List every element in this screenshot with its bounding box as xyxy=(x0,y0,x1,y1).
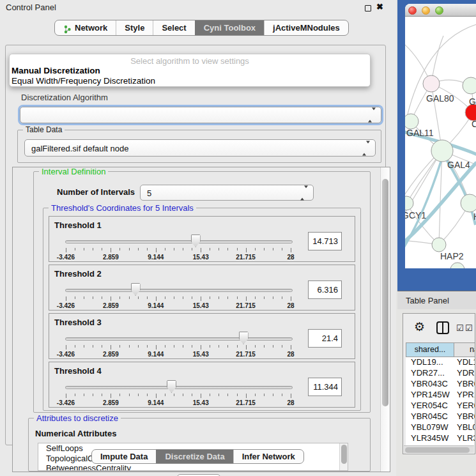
tick-mark xyxy=(264,345,265,348)
node-label: GAL4 xyxy=(447,160,470,170)
tab-discretize-data[interactable]: Discretize Data xyxy=(156,450,233,463)
node-right[interactable] xyxy=(461,194,476,212)
table-row[interactable]: YBL079WYBL0 xyxy=(406,422,475,433)
node-gcy1[interactable] xyxy=(405,196,413,210)
tick-mark xyxy=(237,345,238,348)
network-window[interactable]: GAL80 GA C GAL11 GAL4 GCY1 H HAP2 xyxy=(405,4,476,268)
scale-label: 2.859 xyxy=(103,254,119,261)
tick-mark xyxy=(75,394,75,396)
tab-jactivemnodules[interactable]: jActiveMNodules xyxy=(264,20,348,35)
table-row[interactable]: YLR345WYLR3 xyxy=(406,433,475,444)
number-of-intervals-combobox[interactable]: 5 xyxy=(140,185,314,201)
node-bottom[interactable] xyxy=(450,263,464,268)
number-of-intervals-value: 5 xyxy=(147,188,151,197)
tick-mark xyxy=(102,394,102,396)
tick-mark xyxy=(246,248,247,252)
threshold-slider-thumb[interactable] xyxy=(167,380,176,393)
table-row[interactable]: YBR045CYBR0 xyxy=(406,411,475,422)
checkbox-icon[interactable]: ☑ xyxy=(465,323,473,333)
close-traffic-light-icon[interactable] xyxy=(408,6,417,15)
dropdown-option-manual-discretization[interactable]: Manual Discretization xyxy=(10,66,370,76)
scale-label: -3.426 xyxy=(57,399,75,406)
node-hap2[interactable] xyxy=(432,238,446,252)
tick-mark xyxy=(138,248,139,250)
scale-label: 21.715 xyxy=(236,254,256,261)
threshold-slider-track[interactable] xyxy=(65,240,293,243)
cell-name: YBR0 xyxy=(454,379,475,390)
table-row[interactable]: YDR27...YDR2 xyxy=(406,368,475,379)
settings-scroll-pane: Interval Definition Number of Intervals … xyxy=(12,167,390,472)
table-row[interactable]: YPR145WYPR1 xyxy=(406,390,475,401)
node-label: C xyxy=(472,119,476,129)
close-icon[interactable]: ✖ xyxy=(376,2,383,12)
algorithm-combobox[interactable] xyxy=(20,107,381,123)
tab-select[interactable]: Select xyxy=(153,20,194,35)
tick-mark xyxy=(66,394,66,398)
scale-label: 15.43 xyxy=(193,351,209,358)
attributes-scrollbar[interactable] xyxy=(339,443,348,470)
tick-mark xyxy=(129,296,130,299)
scale-label: 9.144 xyxy=(148,302,164,309)
tab-impute-data[interactable]: Impute Data xyxy=(92,450,156,463)
split-columns-icon[interactable] xyxy=(436,321,449,334)
attribute-item-betweennesscentrality[interactable]: BetweennessCentrality xyxy=(38,463,348,471)
minimize-traffic-light-icon[interactable] xyxy=(422,6,430,15)
threshold-slider-track[interactable] xyxy=(65,289,293,292)
tab-label: Network xyxy=(75,20,107,35)
tick-mark xyxy=(111,394,111,398)
threshold-slider-track[interactable] xyxy=(65,386,293,389)
table-row[interactable]: YER054CYER0 xyxy=(406,401,475,411)
column-header-name[interactable]: na xyxy=(454,342,475,357)
threshold-value-field[interactable]: 11.344 xyxy=(308,378,342,396)
dropdown-option-equal-width-frequency[interactable]: Equal Width/Frequency Discretization xyxy=(10,76,370,86)
threshold-slider-thumb[interactable] xyxy=(131,283,141,296)
network-view-frame: GAL80 GA C GAL11 GAL4 GCY1 H HAP2 xyxy=(397,0,476,291)
tick-mark xyxy=(273,394,273,396)
threshold-value-field[interactable]: 14.713 xyxy=(308,232,342,250)
checkbox-icon[interactable]: ☑ xyxy=(456,323,464,333)
node-gal11[interactable] xyxy=(405,114,418,129)
node-gal4[interactable] xyxy=(431,140,453,162)
table-data-combobox[interactable]: galFiltered.sif default node xyxy=(24,139,376,157)
threshold-value-field[interactable]: 21.4 xyxy=(308,329,342,348)
threshold-value-field[interactable]: 6.316 xyxy=(308,280,342,299)
number-of-intervals-label: Number of Intervals xyxy=(57,187,135,197)
threshold-slider-track[interactable] xyxy=(65,337,293,341)
table-row[interactable]: YBR043CYBR0 xyxy=(406,379,475,390)
tab-style[interactable]: Style xyxy=(116,20,153,35)
tab-infer-network[interactable]: Infer Network xyxy=(233,450,303,463)
network-icon xyxy=(63,24,72,33)
vertical-scrollbar[interactable] xyxy=(380,167,390,472)
tick-mark xyxy=(255,248,256,250)
node-gal80[interactable] xyxy=(423,75,440,92)
scrollbar-thumb[interactable] xyxy=(405,447,470,453)
tick-mark xyxy=(227,296,228,299)
scale-label: 2.859 xyxy=(103,399,119,406)
tab-cyni-toolbox[interactable]: Cyni Toolbox xyxy=(195,20,264,35)
node-label: H xyxy=(473,211,476,222)
float-window-icon[interactable] xyxy=(365,5,371,12)
threshold-slider-thumb[interactable] xyxy=(191,234,201,247)
network-canvas[interactable]: GAL80 GA C GAL11 GAL4 GCY1 H HAP2 xyxy=(405,17,476,268)
tick-mark xyxy=(246,296,247,301)
tick-mark xyxy=(192,296,192,299)
node-label: GAL80 xyxy=(426,93,454,104)
node-top-right[interactable] xyxy=(463,77,476,94)
horizontal-scrollbar[interactable] xyxy=(404,445,474,453)
cell-shared-name: YDL19... xyxy=(406,357,454,368)
scrollbar-thumb[interactable] xyxy=(382,179,388,406)
scale-label: 15.43 xyxy=(193,399,209,406)
scale-label: 28 xyxy=(287,254,294,261)
zoom-traffic-light-icon[interactable] xyxy=(435,6,443,15)
tab-network[interactable]: Network xyxy=(55,20,116,35)
table-row[interactable]: YDL19...YDL1 xyxy=(406,357,475,368)
tick-mark xyxy=(129,394,130,396)
threshold-block-4: Threshold 4-3.4262.8599.14415.4321.71528… xyxy=(49,362,355,408)
tick-mark xyxy=(201,248,201,252)
tick-mark xyxy=(111,345,111,349)
cell-name: YLR3 xyxy=(454,433,475,444)
threshold-label: Threshold 4 xyxy=(54,366,102,376)
threshold-slider-thumb[interactable] xyxy=(239,332,249,344)
column-header-shared-name[interactable]: shared... xyxy=(406,342,454,357)
gear-icon[interactable]: ⚙ xyxy=(414,319,425,334)
